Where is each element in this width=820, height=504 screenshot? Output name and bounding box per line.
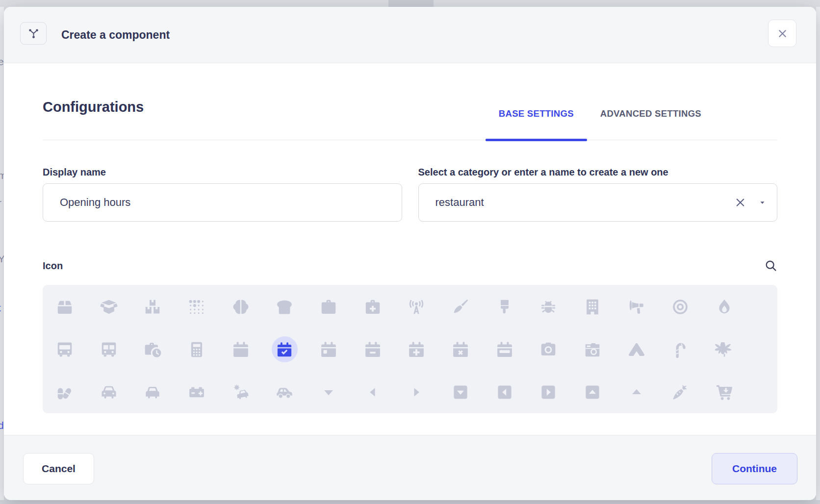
- cannabis-icon[interactable]: [702, 328, 746, 371]
- tab-base-settings[interactable]: BASE SETTINGS: [486, 108, 587, 140]
- category-label: Select a category or enter a name to cre…: [418, 166, 778, 178]
- cancel-button[interactable]: Cancel: [23, 453, 94, 484]
- candy-cane-icon[interactable]: [659, 328, 703, 371]
- modal-header: Create a component: [4, 7, 816, 63]
- display-name-label: Display name: [43, 166, 402, 178]
- calendar-icon[interactable]: [219, 328, 263, 371]
- box-open-icon[interactable]: [87, 285, 131, 328]
- bullhorn-icon[interactable]: [615, 285, 659, 328]
- display-name-input[interactable]: [43, 183, 402, 222]
- carrot-icon[interactable]: [659, 371, 703, 414]
- bus-alt-icon[interactable]: [87, 328, 131, 371]
- bus-icon[interactable]: [43, 328, 87, 371]
- caret-square-up-icon[interactable]: [570, 371, 615, 414]
- broom-icon[interactable]: [438, 285, 483, 328]
- car-icon[interactable]: [87, 371, 131, 414]
- briefcase-medical-icon[interactable]: [351, 285, 395, 328]
- caret-down-icon[interactable]: [307, 371, 351, 414]
- capsules-icon[interactable]: [43, 371, 87, 414]
- bullseye-icon[interactable]: [659, 285, 703, 328]
- caret-square-left-icon[interactable]: [483, 371, 527, 414]
- search-icon[interactable]: [764, 259, 777, 272]
- clear-category-icon[interactable]: [734, 196, 747, 209]
- modal-title: Create a component: [61, 7, 170, 63]
- close-button[interactable]: [768, 20, 796, 47]
- caret-square-down-icon[interactable]: [438, 371, 483, 414]
- calendar-minus-icon[interactable]: [351, 328, 395, 371]
- underlying-page-right-edge: [816, 7, 820, 500]
- underlying-page-bottom: [0, 500, 820, 504]
- background-text-fragment: t: [0, 302, 1, 314]
- create-component-modal: Create a component Configurations BASE S…: [4, 7, 816, 500]
- caret-left-icon[interactable]: [351, 371, 395, 414]
- car-alt-icon[interactable]: [130, 371, 175, 414]
- calendar-plus-icon[interactable]: [395, 328, 439, 371]
- modal-body: Configurations BASE SETTINGS ADVANCED SE…: [4, 99, 816, 413]
- boxes-icon[interactable]: [130, 285, 175, 328]
- modal-footer: Cancel Continue: [4, 435, 816, 500]
- calculator-icon[interactable]: [175, 328, 219, 371]
- background-text-fragment: Y: [0, 253, 4, 265]
- icon-section-header: Icon: [43, 259, 777, 272]
- heading-and-tabs-row: Configurations BASE SETTINGS ADVANCED SE…: [43, 99, 777, 140]
- car-crash-icon[interactable]: [219, 371, 263, 414]
- brush-icon[interactable]: [483, 285, 527, 328]
- building-icon[interactable]: [570, 285, 615, 328]
- component-node-icon: [20, 22, 47, 45]
- continue-button[interactable]: Continue: [712, 453, 797, 484]
- background-text-fragment: e: [0, 56, 4, 68]
- icon-grid: [43, 285, 746, 414]
- caret-down-icon[interactable]: [758, 199, 767, 207]
- category-select-input[interactable]: [418, 183, 778, 222]
- camera-retro-icon[interactable]: [570, 328, 615, 371]
- burn-icon[interactable]: [702, 285, 746, 328]
- camera-icon[interactable]: [527, 328, 571, 371]
- broadcast-tower-icon[interactable]: [395, 285, 439, 328]
- braille-icon[interactable]: [175, 285, 219, 328]
- selected-icon-highlight: [272, 336, 298, 362]
- icon-picker-label: Icon: [43, 260, 63, 272]
- calendar-times-icon[interactable]: [438, 328, 483, 371]
- background-text-fragment: m: [0, 170, 4, 181]
- bug-icon[interactable]: [527, 285, 571, 328]
- bread-slice-icon[interactable]: [262, 285, 307, 328]
- category-field-group: Select a category or enter a name to cre…: [418, 166, 778, 222]
- background-scrollbar-fragment: [388, 0, 434, 7]
- calendar-check-icon[interactable]: [262, 328, 307, 371]
- background-text-fragment: d: [0, 420, 4, 431]
- business-time-icon[interactable]: [130, 328, 175, 371]
- brain-icon[interactable]: [219, 285, 263, 328]
- calendar-week-icon[interactable]: [483, 328, 527, 371]
- display-name-field-group: Display name: [43, 166, 402, 222]
- tab-advanced-settings[interactable]: ADVANCED SETTINGS: [587, 108, 715, 140]
- box-icon[interactable]: [43, 285, 87, 328]
- page-background: emrYtd Create a component Configurations…: [0, 0, 820, 504]
- background-text-fragment: r: [0, 197, 1, 209]
- briefcase-icon[interactable]: [307, 285, 351, 328]
- settings-tabs: BASE SETTINGS ADVANCED SETTINGS: [486, 108, 715, 140]
- caret-up-icon[interactable]: [615, 371, 659, 414]
- car-battery-icon[interactable]: [175, 371, 219, 414]
- icon-picker-panel: [43, 285, 777, 413]
- form-fields-row: Display name Select a category or enter …: [43, 166, 777, 222]
- cart-arrow-down-icon[interactable]: [702, 371, 746, 414]
- caret-square-right-icon[interactable]: [527, 371, 571, 414]
- car-side-icon[interactable]: [262, 371, 307, 414]
- campground-icon[interactable]: [615, 328, 659, 371]
- caret-right-icon[interactable]: [395, 371, 439, 414]
- calendar-day-icon[interactable]: [307, 328, 351, 371]
- underlying-page-left-edge: emrYtd: [0, 7, 4, 500]
